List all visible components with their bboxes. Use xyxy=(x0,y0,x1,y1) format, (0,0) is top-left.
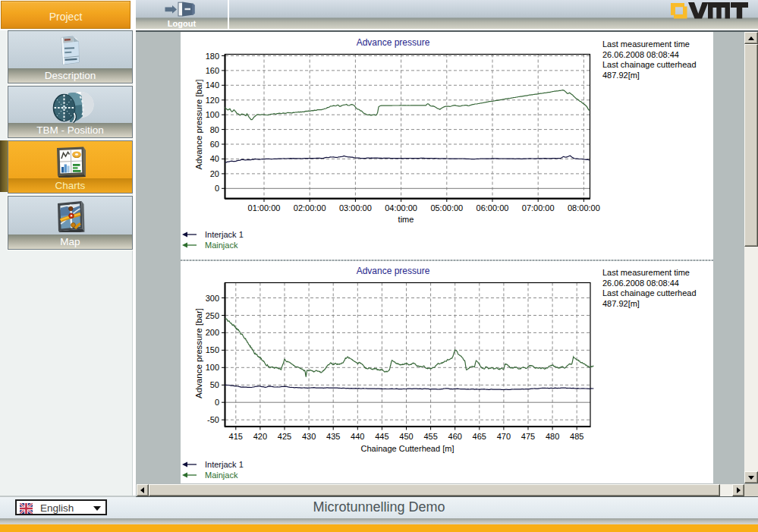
svg-text:480: 480 xyxy=(546,432,559,441)
svg-text:-50: -50 xyxy=(207,415,219,424)
svg-text:470: 470 xyxy=(497,432,511,441)
svg-text:487.92[m]: 487.92[m] xyxy=(602,71,640,80)
svg-text:485: 485 xyxy=(570,432,583,441)
svg-text:200: 200 xyxy=(206,328,219,337)
svg-text:180: 180 xyxy=(206,52,219,61)
svg-text:455: 455 xyxy=(423,432,437,441)
svg-text:300: 300 xyxy=(206,294,219,303)
svg-text:Advance pressure [bar]: Advance pressure [bar] xyxy=(194,308,203,398)
svg-text:487.92[m]: 487.92[m] xyxy=(602,299,640,308)
svg-text:Last chainage cutterhead: Last chainage cutterhead xyxy=(602,60,697,69)
svg-text:160: 160 xyxy=(206,66,219,75)
svg-text:80: 80 xyxy=(210,125,219,134)
svg-text:07:00:00: 07:00:00 xyxy=(522,203,555,212)
svg-text:06:00:00: 06:00:00 xyxy=(477,203,509,212)
svg-text:26.06.2008 08:08:44: 26.06.2008 08:08:44 xyxy=(602,279,679,288)
svg-text:Interjack 1: Interjack 1 xyxy=(205,460,244,469)
svg-text:05:00:00: 05:00:00 xyxy=(430,203,463,212)
svg-text:Advance pressure [bar]: Advance pressure [bar] xyxy=(194,80,203,170)
svg-text:Advance pressure: Advance pressure xyxy=(357,266,430,276)
svg-text:04:00:00: 04:00:00 xyxy=(385,203,417,212)
svg-text:420: 420 xyxy=(253,432,267,441)
svg-text:time: time xyxy=(398,215,414,224)
svg-text:140: 140 xyxy=(206,80,219,90)
svg-text:415: 415 xyxy=(229,432,243,441)
svg-text:Mainjack: Mainjack xyxy=(205,471,238,480)
svg-text:475: 475 xyxy=(521,432,535,441)
svg-text:425: 425 xyxy=(278,432,291,441)
svg-text:465: 465 xyxy=(473,432,486,441)
svg-text:250: 250 xyxy=(206,311,219,320)
svg-text:120: 120 xyxy=(206,96,219,105)
svg-text:50: 50 xyxy=(210,380,219,389)
svg-text:460: 460 xyxy=(448,432,462,441)
svg-text:445: 445 xyxy=(375,432,388,441)
svg-text:100: 100 xyxy=(206,110,219,119)
svg-text:450: 450 xyxy=(399,432,413,441)
svg-text:435: 435 xyxy=(326,432,340,441)
svg-text:440: 440 xyxy=(351,432,364,441)
svg-text:02:00:00: 02:00:00 xyxy=(294,203,326,212)
svg-text:Last chainage cutterhead: Last chainage cutterhead xyxy=(602,288,697,297)
svg-text:Interjack 1: Interjack 1 xyxy=(205,230,244,239)
svg-text:100: 100 xyxy=(206,363,219,372)
svg-text:0: 0 xyxy=(215,398,219,407)
svg-text:40: 40 xyxy=(210,154,219,163)
svg-text:Last measurement time: Last measurement time xyxy=(602,268,690,277)
svg-text:20: 20 xyxy=(210,169,219,178)
svg-text:430: 430 xyxy=(302,432,316,441)
svg-text:Chainage Cutterhead [m]: Chainage Cutterhead [m] xyxy=(361,444,454,453)
svg-text:Mainjack: Mainjack xyxy=(205,241,238,250)
svg-text:150: 150 xyxy=(206,345,219,354)
svg-text:01:00:00: 01:00:00 xyxy=(248,203,281,212)
svg-text:Last measurement time: Last measurement time xyxy=(602,39,690,49)
svg-text:26.06.2008 08:08:44: 26.06.2008 08:08:44 xyxy=(602,50,679,59)
svg-text:0: 0 xyxy=(215,184,219,193)
svg-text:08:00:00: 08:00:00 xyxy=(568,203,600,212)
svg-text:Advance pressure: Advance pressure xyxy=(357,37,430,48)
svg-text:03:00:00: 03:00:00 xyxy=(339,203,372,212)
svg-text:60: 60 xyxy=(210,140,219,149)
